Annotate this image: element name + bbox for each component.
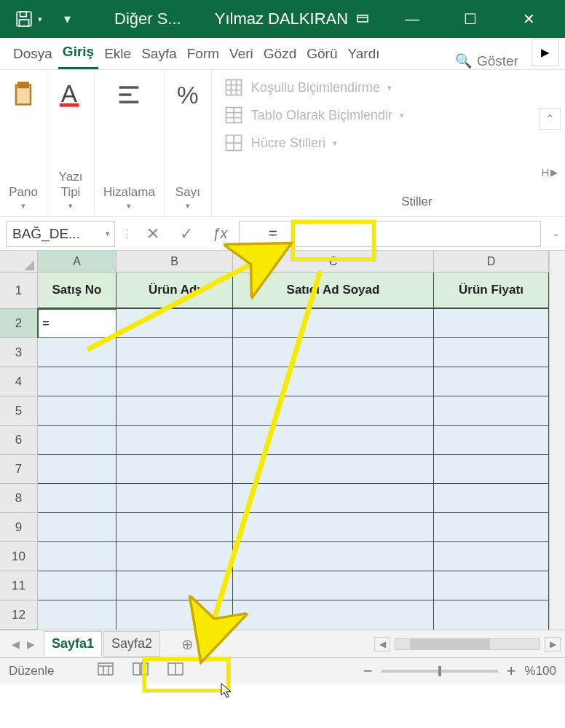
hscroll-left[interactable]: ◀ — [374, 637, 390, 651]
ribbon-display-options[interactable] — [357, 12, 368, 26]
cell-B7[interactable] — [116, 455, 233, 484]
cell-B8[interactable] — [116, 484, 233, 513]
tell-me-search[interactable]: 🔍 Göster — [455, 52, 530, 69]
enter-formula-button[interactable]: ✓ — [172, 221, 201, 247]
row-header-5[interactable]: 5 — [0, 396, 38, 426]
cell-C8[interactable] — [233, 484, 434, 513]
cell-C10[interactable] — [233, 542, 434, 571]
tab-page-layout[interactable]: Sayfa — [137, 40, 181, 69]
cell-D12[interactable] — [434, 600, 549, 630]
cell-A2[interactable]: = — [38, 309, 116, 338]
tab-data[interactable]: Veri — [225, 40, 258, 69]
horizontal-scrollbar[interactable] — [395, 638, 540, 650]
tab-help[interactable]: Yardı — [343, 40, 384, 69]
row-header-3[interactable]: 3 — [0, 338, 38, 367]
cell-D10[interactable] — [434, 542, 549, 571]
ribbon-scroll-right[interactable]: ▶ — [532, 39, 559, 66]
cell-A8[interactable] — [38, 484, 116, 513]
cell-C12[interactable] — [233, 600, 434, 630]
cell-C2[interactable] — [233, 309, 434, 338]
tab-formulas[interactable]: Form — [183, 40, 224, 69]
cell-D4[interactable] — [434, 367, 549, 396]
row-header-9[interactable]: 9 — [0, 513, 38, 542]
font-dropdown[interactable]: ▾ — [59, 201, 83, 211]
ribbon-collapse[interactable]: ⌃ — [539, 108, 561, 130]
view-normal-icon[interactable] — [98, 662, 114, 679]
clipboard-dropdown[interactable]: ▾ — [9, 201, 38, 211]
cell-A10[interactable] — [38, 542, 116, 571]
col-header-D[interactable]: D — [434, 251, 549, 272]
cell-C3[interactable] — [233, 338, 434, 367]
cell-D11[interactable] — [434, 571, 549, 600]
cell-B1[interactable]: Ürün Adı — [116, 273, 233, 309]
cell-B10[interactable] — [116, 542, 233, 571]
cell-C4[interactable] — [233, 367, 434, 396]
editing-scroll[interactable]: ▶ — [550, 167, 558, 178]
cell-B2[interactable] — [116, 309, 233, 338]
cell-A3[interactable] — [38, 338, 116, 367]
sheet-tab-2[interactable]: Sayfa2 — [103, 631, 160, 657]
cell-A9[interactable] — [38, 513, 116, 542]
row-header-4[interactable]: 4 — [0, 367, 38, 396]
add-sheet-button[interactable]: ⊕ — [176, 635, 198, 653]
number-dropdown[interactable]: ▾ — [175, 201, 200, 211]
cell-B6[interactable] — [116, 426, 233, 455]
tab-review[interactable]: Gözd — [259, 40, 301, 69]
cell-B3[interactable] — [116, 338, 233, 367]
zoom-out-button[interactable]: − — [363, 662, 373, 681]
select-all-corner[interactable] — [0, 251, 38, 272]
zoom-in-button[interactable]: + — [507, 662, 516, 681]
cell-D8[interactable] — [434, 484, 549, 513]
cell-D5[interactable] — [434, 396, 549, 426]
sheet-nav-prev[interactable]: ◀ — [12, 638, 20, 650]
format-as-table-button[interactable]: Tablo Olarak Biçimlendir ▾ — [224, 105, 523, 125]
tab-file[interactable]: Dosya — [9, 40, 57, 69]
cell-A7[interactable] — [38, 455, 116, 484]
cell-B5[interactable] — [116, 396, 233, 426]
cancel-formula-button[interactable]: ✕ — [138, 221, 167, 247]
cell-C9[interactable] — [233, 513, 434, 542]
cell-A4[interactable] — [38, 367, 116, 396]
formula-input[interactable]: = — [239, 221, 541, 247]
alignment-icon[interactable] — [114, 80, 143, 111]
cell-B12[interactable] — [116, 600, 233, 630]
cell-B9[interactable] — [116, 513, 233, 542]
percent-icon[interactable]: % — [173, 80, 202, 111]
sheet-tab-1[interactable]: Sayfa1 — [44, 631, 102, 657]
insert-function-button[interactable]: ƒx — [205, 221, 234, 247]
cell-D9[interactable] — [434, 513, 549, 542]
zoom-slider[interactable] — [382, 670, 498, 673]
cell-C1[interactable]: Satıcı Ad Soyad — [233, 273, 434, 309]
zoom-level[interactable]: %100 — [525, 664, 556, 678]
formula-expand[interactable]: ⌄ — [545, 229, 559, 238]
cell-A12[interactable] — [38, 600, 116, 630]
col-header-A[interactable]: A — [38, 251, 116, 272]
cell-styles-button[interactable]: Hücre Stilleri ▾ — [224, 133, 523, 153]
cell-B4[interactable] — [116, 367, 233, 396]
tab-view[interactable]: Görü — [302, 40, 341, 69]
alignment-dropdown[interactable]: ▾ — [103, 201, 155, 211]
hscroll-right[interactable]: ▶ — [545, 637, 561, 651]
cell-A6[interactable] — [38, 426, 116, 455]
cell-A11[interactable] — [38, 571, 116, 600]
row-header-1[interactable]: 1 — [0, 273, 38, 309]
minimize-button[interactable]: — — [398, 11, 427, 28]
cell-C6[interactable] — [233, 426, 434, 455]
name-box[interactable]: BAĞ_DE... ▾ — [6, 221, 115, 247]
tab-insert[interactable]: Ekle — [100, 40, 135, 69]
vertical-scrollbar[interactable] — [549, 251, 565, 630]
cell-A1[interactable]: Satış No — [38, 273, 116, 309]
cell-C7[interactable] — [233, 455, 434, 484]
conditional-formatting-button[interactable]: Koşullu Biçimlendirme ▾ — [224, 77, 523, 98]
tab-home[interactable]: Giriş — [58, 38, 98, 69]
row-header-11[interactable]: 11 — [0, 571, 38, 600]
cell-D6[interactable] — [434, 426, 549, 455]
row-header-12[interactable]: 12 — [0, 600, 38, 630]
font-icon[interactable]: A — [56, 80, 85, 111]
name-box-dropdown-icon[interactable]: ▾ — [106, 229, 110, 238]
row-header-8[interactable]: 8 — [0, 484, 38, 513]
row-header-6[interactable]: 6 — [0, 426, 38, 455]
row-header-10[interactable]: 10 — [0, 542, 38, 571]
cell-B11[interactable] — [116, 571, 233, 600]
cell-C11[interactable] — [233, 571, 434, 600]
